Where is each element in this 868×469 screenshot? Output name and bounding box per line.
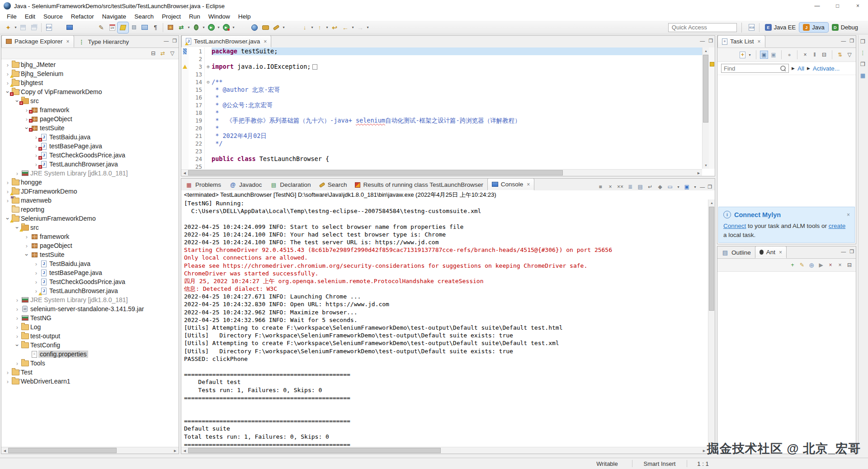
annotate-icon[interactable]: ✎: [96, 22, 107, 33]
run-external-icon[interactable]: ▶: [221, 22, 231, 33]
tree-item[interactable]: ›◞bjhgtest: [1, 78, 179, 87]
filter-internal-targets-icon[interactable]: ◎: [808, 261, 815, 269]
maximize-editor-icon[interactable]: ❐: [708, 38, 713, 44]
quick-access-box[interactable]: Quick Access: [668, 23, 737, 32]
minimized-hierarchy-view-icon[interactable]: ⋮: [859, 49, 867, 57]
explorer-hscrollbar[interactable]: ◀▶: [1, 447, 179, 454]
tree-item[interactable]: ›JTestBaidu.java: [1, 259, 179, 268]
class-file-icon[interactable]: 010: [43, 22, 54, 33]
tree-expander-icon[interactable]: ›: [14, 315, 21, 322]
filter-all-link[interactable]: All: [797, 65, 804, 72]
tab-type-hierarchy[interactable]: ⋮Type Hierarchy: [74, 36, 133, 47]
perspective-debug[interactable]: DDebug: [828, 23, 862, 32]
tree-expander-icon[interactable]: ›: [14, 333, 21, 340]
tree-item[interactable]: ›◞bjhg_JMeter: [1, 60, 179, 69]
open-console-icon-dropdown[interactable]: ▾: [693, 185, 697, 189]
collapse-all-icon[interactable]: ⊟: [150, 50, 157, 57]
tree-expander-icon[interactable]: ›: [4, 179, 11, 186]
tree-item[interactable]: ›Tools: [1, 359, 179, 368]
mylyn-connect-link[interactable]: Connect: [723, 223, 746, 229]
open-perspective-icon[interactable]: 010: [746, 22, 757, 33]
tree-expander-icon[interactable]: ›: [4, 62, 11, 68]
clear-console-icon[interactable]: ≣: [627, 183, 634, 190]
next-annotation-icon-dropdown[interactable]: ▾: [310, 25, 314, 29]
restore-view-icon-2[interactable]: ❐: [859, 61, 867, 68]
tab-declaration[interactable]: ▤Declaration: [266, 179, 315, 190]
tree-item[interactable]: ›◞JDFrameworkDemo: [1, 187, 179, 196]
tree-expander-icon[interactable]: ›: [4, 378, 11, 385]
open-type-icon[interactable]: [249, 22, 260, 33]
tree-item[interactable]: ›TestConfig: [1, 341, 179, 350]
console-output[interactable]: [TestNG] Running: C:\Users\DELL\AppData\…: [181, 199, 708, 446]
menu-window[interactable]: Window: [204, 13, 234, 20]
tree-expander-icon[interactable]: ›: [14, 324, 21, 331]
menu-project[interactable]: Project: [158, 13, 185, 20]
tree-item[interactable]: ›×testSuite: [1, 123, 179, 133]
forward-icon-dropdown[interactable]: ▾: [366, 25, 370, 29]
save-icon[interactable]: [18, 22, 28, 33]
pin-console-icon[interactable]: ◆: [656, 183, 664, 190]
menu-run[interactable]: Run: [185, 13, 204, 20]
tree-expander-icon[interactable]: ›: [14, 297, 21, 303]
next-annotation-icon[interactable]: ↓: [299, 22, 310, 33]
remove-all-buildfiles-icon[interactable]: ×: [836, 261, 844, 269]
forward-icon[interactable]: →: [355, 22, 366, 33]
minimize-window-icon[interactable]: —: [807, 0, 827, 12]
tree-item[interactable]: ›TestNG: [1, 313, 179, 322]
tree-item[interactable]: ›◞hongge: [1, 178, 179, 187]
expander-icon[interactable]: ▶: [792, 66, 795, 71]
editor-vscrollbar[interactable]: ▲▼: [702, 47, 709, 169]
menu-refactor[interactable]: Refactor: [67, 13, 98, 20]
tab-console[interactable]: Console×: [487, 178, 535, 190]
menu-edit[interactable]: Edit: [21, 13, 39, 20]
last-edit-location-icon[interactable]: ↩: [329, 22, 340, 33]
tree-item[interactable]: ›◞×Copy of VipFrameworkDemo: [1, 87, 179, 96]
tree-item[interactable]: ›testSuite: [1, 250, 179, 259]
filter-people-icon[interactable]: ‖: [811, 51, 818, 58]
fold-expand-icon[interactable]: ⊕: [205, 64, 212, 70]
collapse-all-icon[interactable]: ⊟: [846, 261, 853, 269]
tab-javadoc[interactable]: @Javadoc: [225, 179, 266, 190]
tree-item[interactable]: ›JTestLaunchBrowser.java: [1, 286, 179, 295]
tree-expander-icon[interactable]: ›: [14, 341, 21, 349]
expander-icon-2[interactable]: ▶: [807, 66, 810, 71]
close-window-icon[interactable]: ×: [848, 0, 868, 12]
tree-item[interactable]: ›Mmavenweb: [1, 196, 179, 205]
link-with-editor-icon[interactable]: ⇄: [159, 50, 166, 57]
view-menu-icon[interactable]: ▽: [169, 50, 176, 57]
tree-item[interactable]: ›◞SeleniumFrameworkDemo: [1, 214, 179, 223]
tree-item[interactable]: ›Log: [1, 322, 179, 332]
menu-help[interactable]: Help: [234, 13, 255, 20]
overview-ruler[interactable]: [708, 47, 715, 169]
minimize-editor-icon[interactable]: —: [700, 38, 705, 44]
collapse-all-icon[interactable]: ⊟: [821, 51, 828, 58]
tree-expander-icon[interactable]: ›: [33, 261, 40, 267]
tab-close-icon[interactable]: ×: [527, 181, 530, 188]
menu-navigate[interactable]: Navigate: [98, 13, 130, 20]
tree-expander-icon[interactable]: ›: [33, 270, 40, 276]
minimize-console-icon[interactable]: —: [700, 184, 705, 189]
minimize-tasklist-icon[interactable]: —: [841, 38, 846, 44]
back-icon-dropdown[interactable]: ▾: [351, 25, 355, 29]
tree-expander-icon[interactable]: ›: [23, 233, 30, 240]
maximize-console-icon[interactable]: ❐: [708, 184, 712, 190]
perspective-java[interactable]: JJava: [799, 23, 828, 32]
menu-source[interactable]: Source: [39, 13, 67, 20]
code-area[interactable]: 1package testSuite;23⊕import java.io.IOE…: [181, 47, 715, 169]
view-menu-icon[interactable]: ▽: [846, 51, 853, 58]
find-input[interactable]: [722, 65, 780, 72]
back-icon[interactable]: ←: [340, 22, 351, 33]
tree-item[interactable]: ›JRE System Library [jdk1.8.0_181]: [1, 169, 179, 178]
tree-expander-icon[interactable]: ›: [14, 306, 21, 313]
mylyn-create-link[interactable]: create: [829, 223, 846, 229]
tab-package-explorer[interactable]: Package Explorer×: [1, 35, 74, 47]
new-task-icon[interactable]: +: [740, 52, 745, 58]
tree-item[interactable]: ›J×TestCheckGoodsPrice.java: [1, 151, 179, 160]
new-task-icon-dropdown[interactable]: ▾: [748, 53, 752, 57]
new-wizard-icon-dropdown[interactable]: ▾: [14, 25, 18, 29]
debug-icon[interactable]: [191, 22, 202, 33]
remove-all-launches-icon[interactable]: ××: [617, 183, 624, 190]
add-buildfile-icon[interactable]: +: [789, 261, 796, 269]
categorized-view-icon[interactable]: ▣: [760, 51, 768, 58]
focus-workweek-icon[interactable]: ●: [786, 51, 793, 58]
